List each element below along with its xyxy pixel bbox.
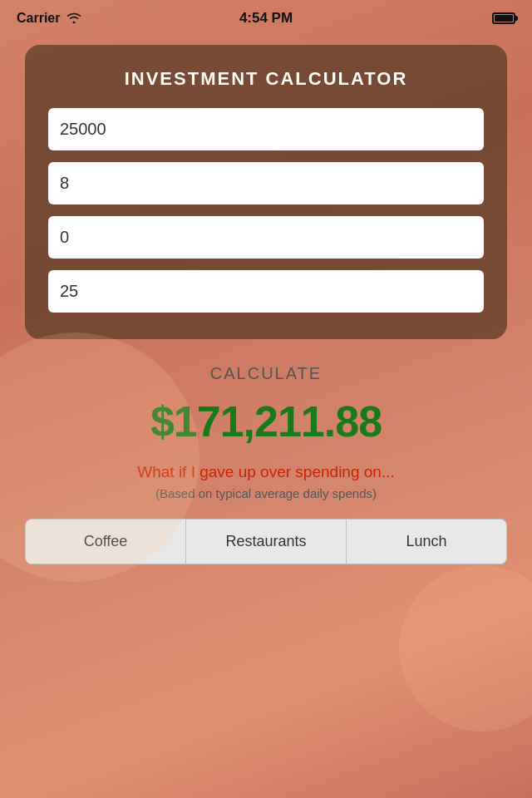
whatif-sub-text: (Based on typical average daily spends)	[155, 486, 377, 500]
rate-input[interactable]	[48, 162, 484, 204]
battery-icon	[492, 12, 515, 24]
calculator-card: INVESTMENT CALCULATOR	[25, 45, 507, 339]
wifi-icon	[66, 12, 81, 26]
status-battery	[492, 12, 515, 24]
spending-buttons-group: Coffee Restaurants Lunch	[25, 519, 507, 564]
lunch-button[interactable]: Lunch	[347, 519, 507, 564]
result-display: $171,211.88	[150, 397, 382, 446]
restaurants-button[interactable]: Restaurants	[186, 519, 347, 564]
calculate-button[interactable]: CALCULATE	[25, 364, 507, 383]
years-input[interactable]	[48, 270, 484, 313]
status-carrier: Carrier	[17, 11, 81, 26]
principal-input[interactable]	[48, 108, 484, 150]
coffee-button[interactable]: Coffee	[25, 519, 186, 564]
status-bar: Carrier 4:54 PM	[0, 0, 532, 37]
whatif-main-text: What if I gave up over spending on...	[137, 463, 394, 481]
extra-input[interactable]	[48, 216, 484, 259]
card-title: INVESTMENT CALCULATOR	[48, 68, 484, 90]
status-time: 4:54 PM	[239, 10, 293, 27]
carrier-label: Carrier	[17, 11, 60, 26]
main-content: INVESTMENT CALCULATOR CALCULATE $171,211…	[0, 37, 532, 581]
